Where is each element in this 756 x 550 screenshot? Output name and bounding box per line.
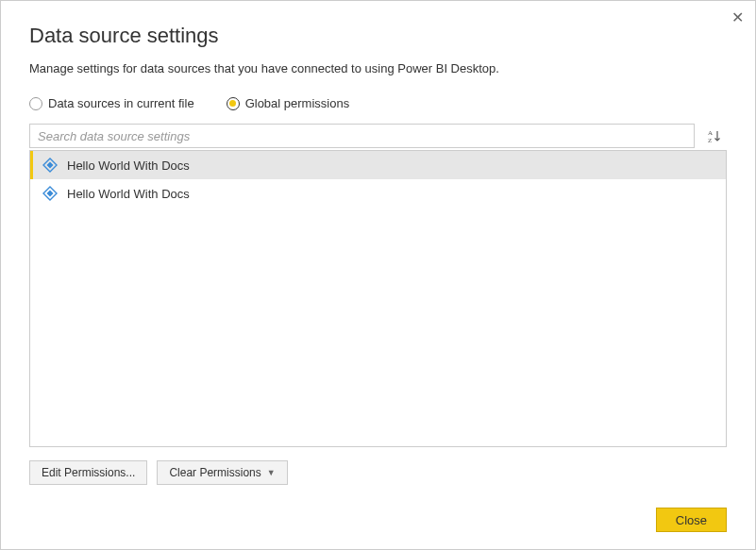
button-label: Edit Permissions... bbox=[42, 466, 135, 479]
search-input[interactable] bbox=[29, 124, 695, 148]
sort-az-icon: A Z bbox=[707, 128, 722, 143]
svg-marker-4 bbox=[47, 162, 54, 169]
list-item-label: Hello World With Docs bbox=[67, 187, 190, 201]
list-item[interactable]: Hello World With Docs bbox=[30, 151, 726, 179]
chevron-down-icon: ▼ bbox=[267, 468, 276, 477]
edit-permissions-button[interactable]: Edit Permissions... bbox=[29, 460, 147, 485]
data-source-list: Hello World With Docs Hello World With D… bbox=[29, 150, 727, 447]
action-buttons: Edit Permissions... Clear Permissions ▼ bbox=[29, 460, 727, 485]
datasource-icon bbox=[42, 158, 58, 173]
button-label: Clear Permissions bbox=[169, 466, 260, 479]
dialog-content: Data source settings Manage settings for… bbox=[1, 1, 755, 549]
clear-permissions-button[interactable]: Clear Permissions ▼ bbox=[157, 460, 287, 485]
radio-label: Global permissions bbox=[245, 96, 350, 110]
list-item[interactable]: Hello World With Docs bbox=[30, 179, 726, 208]
scope-radio-group: Data sources in current file Global perm… bbox=[29, 96, 727, 110]
radio-icon bbox=[29, 97, 42, 110]
radio-icon bbox=[227, 97, 240, 110]
datasource-icon bbox=[42, 186, 58, 201]
list-item-label: Hello World With Docs bbox=[67, 158, 190, 173]
dialog-footer: Close bbox=[29, 508, 727, 532]
close-icon[interactable]: ✕ bbox=[731, 8, 744, 26]
search-row: A Z bbox=[29, 124, 727, 148]
svg-text:A: A bbox=[708, 129, 713, 137]
button-label: Close bbox=[676, 513, 707, 527]
dialog-title: Data source settings bbox=[29, 24, 727, 48]
radio-current-file[interactable]: Data sources in current file bbox=[29, 96, 194, 110]
svg-marker-6 bbox=[47, 191, 54, 197]
radio-label: Data sources in current file bbox=[48, 96, 194, 110]
sort-button[interactable]: A Z bbox=[702, 124, 727, 148]
close-button[interactable]: Close bbox=[656, 508, 727, 532]
svg-text:Z: Z bbox=[708, 137, 712, 143]
radio-dot-icon bbox=[229, 100, 236, 107]
radio-global-permissions[interactable]: Global permissions bbox=[227, 96, 350, 110]
dialog-subtitle: Manage settings for data sources that yo… bbox=[29, 61, 727, 75]
